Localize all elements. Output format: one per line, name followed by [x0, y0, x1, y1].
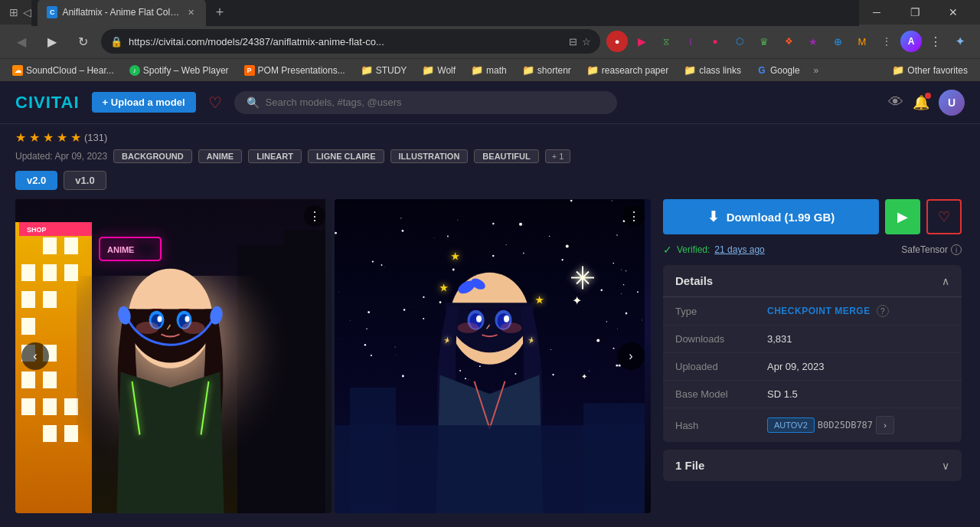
- nav-bar: ◀ ▶ ↻ 🔒 https://civitai.com/models/24387…: [0, 25, 980, 58]
- img1-more-btn[interactable]: ⋮: [304, 205, 325, 227]
- other-favorites-folder[interactable]: 📁 Other favorites: [886, 63, 974, 77]
- copilot-btn[interactable]: ✦: [949, 31, 971, 52]
- bookmark-spotify[interactable]: ♪ Spotify – Web Player: [123, 64, 235, 77]
- gallery-image-1[interactable]: ⋮: [15, 199, 332, 513]
- new-tab-btn[interactable]: +: [209, 2, 230, 23]
- tags-row: Updated: Apr 09, 2023 BACKGROUND ANIME L…: [15, 149, 965, 163]
- tab-close-btn[interactable]: ✕: [186, 6, 197, 18]
- ext-5[interactable]: ●: [704, 31, 726, 52]
- back-btn[interactable]: ◀: [9, 29, 34, 54]
- notif-indicator: [925, 93, 931, 99]
- ext-9[interactable]: ★: [802, 31, 824, 52]
- tag-background[interactable]: BACKGROUND: [113, 149, 192, 163]
- details-basemodel-row: Base Model SD 1.5: [663, 381, 962, 408]
- folder-icon-shortenr: 📁: [522, 64, 534, 76]
- folder-icon-class: 📁: [684, 64, 696, 76]
- minimize-btn[interactable]: ─: [859, 0, 894, 25]
- bookmark-google[interactable]: G Google: [750, 64, 806, 77]
- reader-icon[interactable]: ⊟: [569, 36, 577, 47]
- favorite-header-btn[interactable]: ♡: [208, 93, 222, 112]
- version-tabs: v2.0 v1.0: [15, 171, 965, 190]
- civitai-logo[interactable]: CIVITAI: [15, 93, 80, 113]
- menu-btn[interactable]: ⋮: [925, 31, 946, 52]
- version-tab-v1[interactable]: v1.0: [64, 171, 106, 190]
- bookmark-shortenr[interactable]: 📁 shortenr: [516, 63, 577, 77]
- ext-4[interactable]: I: [680, 31, 701, 52]
- type-info-icon[interactable]: ?: [877, 305, 889, 317]
- tag-anime[interactable]: ANIME: [198, 149, 242, 163]
- notification-bell[interactable]: 🔔: [913, 94, 929, 111]
- gallery-next-btn[interactable]: ›: [617, 342, 645, 370]
- bookmark-research[interactable]: 📁 reasearch paper: [580, 63, 675, 77]
- ext-6[interactable]: ⬡: [729, 31, 750, 52]
- browser-action-icons: ● ▶ ⧖ I ● ⬡ ♛ ❖ ★ ⊕ M ⋮ A ⋮ ✦: [606, 31, 971, 52]
- bookmark-pom[interactable]: P POM Presentations...: [238, 64, 351, 77]
- address-bar[interactable]: 🔒 https://civitai.com/models/24387/anifl…: [101, 29, 600, 54]
- search-input[interactable]: [266, 97, 605, 108]
- ext-7[interactable]: ♛: [753, 31, 775, 52]
- version-tab-v2[interactable]: v2.0: [15, 171, 57, 190]
- files-header[interactable]: 1 File ∨: [663, 450, 962, 481]
- bookmark-math[interactable]: 📁 math: [465, 63, 513, 77]
- safe-tensor-info-icon[interactable]: i: [951, 244, 962, 255]
- downloads-label: Downloads: [675, 333, 767, 345]
- details-uploaded-row: Uploaded Apr 09, 2023: [663, 353, 962, 381]
- upload-model-btn[interactable]: + Upload a model: [92, 92, 196, 113]
- bookmark-study[interactable]: 📁 STUDY: [354, 63, 413, 77]
- tag-illustration[interactable]: ILLUSTRATION: [390, 149, 469, 163]
- details-title: Details: [675, 274, 713, 287]
- eye-off-icon[interactable]: 👁: [888, 93, 903, 111]
- profile-avatar[interactable]: A: [900, 31, 922, 52]
- verified-row: ✓ Verified: 21 days ago SafeTensor i: [663, 244, 962, 256]
- tag-lineart[interactable]: LINEART: [248, 149, 302, 163]
- active-tab[interactable]: C Aniflatmix - Anime Flat Color Sty ✕: [38, 0, 206, 26]
- download-btn[interactable]: ⬇ Download (1.99 GB): [663, 199, 879, 234]
- checkmark-icon: ✓: [663, 244, 672, 256]
- bookmark-soundcloud[interactable]: ☁ SoundCloud – Hear...: [6, 64, 120, 77]
- search-bar[interactable]: 🔍: [234, 91, 617, 114]
- more-bookmarks-btn[interactable]: »: [809, 64, 824, 77]
- verified-link[interactable]: 21 days ago: [714, 244, 764, 255]
- hash-autov2-btn[interactable]: AUTOV2: [767, 417, 815, 433]
- ext-11[interactable]: M: [851, 31, 873, 52]
- tab-left-icon[interactable]: ◁: [23, 6, 31, 18]
- tab-grid-icon[interactable]: ⊞: [9, 6, 18, 18]
- files-panel: 1 File ∨: [663, 450, 962, 481]
- details-header[interactable]: Details ∧: [663, 265, 962, 297]
- bookmark-wolf[interactable]: 📁 Wolf: [416, 63, 462, 77]
- safe-tensor-label: SafeTensor i: [901, 244, 962, 255]
- close-btn[interactable]: ✕: [936, 0, 971, 25]
- maximize-btn[interactable]: ❐: [897, 0, 933, 25]
- tag-ligne-claire[interactable]: LIGNE CLAIRE: [308, 149, 384, 163]
- hash-copy-btn[interactable]: ›: [876, 416, 894, 434]
- hash-label: Hash: [675, 420, 767, 431]
- run-btn[interactable]: ▶: [885, 199, 920, 234]
- base-model-value: SD 1.5: [767, 388, 798, 400]
- review-count[interactable]: (131): [84, 132, 107, 143]
- extensions-btn[interactable]: ⋮: [876, 31, 897, 52]
- bookmark-classlinks[interactable]: 📁 class links: [678, 63, 747, 77]
- ext-3[interactable]: ⧖: [655, 31, 677, 52]
- ext-8[interactable]: ❖: [778, 31, 799, 52]
- save-favorite-btn[interactable]: ♡: [926, 199, 962, 234]
- content-area: ★ ★ ★ ★ ★ (131) Updated: Apr 09, 2023 BA…: [0, 124, 980, 519]
- gallery-image-2[interactable]: ⋮ ✦ ✦: [335, 199, 651, 513]
- star-2: ★: [29, 130, 40, 145]
- bookmark-icon[interactable]: ☆: [582, 36, 591, 47]
- tags-more-btn[interactable]: + 1: [545, 149, 571, 163]
- tab-favicon: C: [47, 6, 57, 18]
- ext-1[interactable]: ●: [606, 31, 628, 52]
- checkpoint-merge-badge[interactable]: CHECKPOINT MERGE: [767, 306, 871, 316]
- uploaded-value: Apr 09, 2023: [767, 361, 824, 372]
- forward-btn[interactable]: ▶: [40, 29, 64, 54]
- refresh-btn[interactable]: ↻: [70, 29, 95, 54]
- user-avatar[interactable]: U: [939, 90, 965, 116]
- sidebar-panel: ⬇ Download (1.99 GB) ▶ ♡ ✓ Verified: 21 …: [663, 199, 962, 513]
- img2-more-btn[interactable]: ⋮: [623, 205, 645, 227]
- soundcloud-favicon: ☁: [12, 65, 23, 76]
- gallery-prev-btn[interactable]: ‹: [21, 342, 49, 370]
- ext-10[interactable]: ⊕: [827, 31, 848, 52]
- ext-2[interactable]: ▶: [631, 31, 652, 52]
- details-panel: Details ∧ Type CHECKPOINT MERGE ? Downlo…: [663, 265, 962, 442]
- tag-beautiful[interactable]: BEAUTIFUL: [474, 149, 538, 163]
